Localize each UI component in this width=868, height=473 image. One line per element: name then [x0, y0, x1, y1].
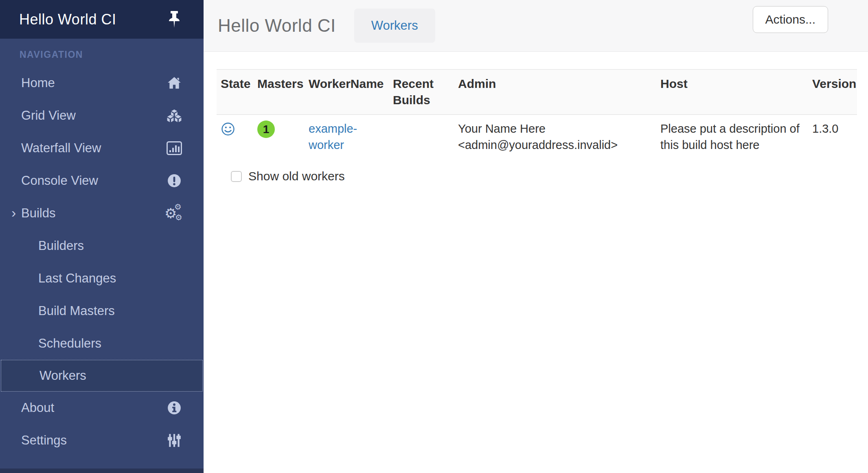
col-header-version: Version: [808, 70, 857, 115]
cogs-icon: ⚙ ⚙ ⚙: [164, 204, 182, 222]
masters-count-badge[interactable]: 1: [257, 120, 275, 138]
col-header-masters: Masters: [253, 70, 305, 115]
sidebar-item-about[interactable]: About: [0, 392, 204, 424]
sidebar-footer-strip: [0, 469, 204, 473]
tab-workers[interactable]: Workers: [354, 9, 435, 43]
thumbtack-icon[interactable]: [166, 10, 182, 29]
sidebar-item-build-masters[interactable]: Build Masters: [0, 295, 204, 327]
smile-icon: [221, 122, 235, 140]
show-old-workers-label[interactable]: Show old workers: [248, 169, 345, 183]
sidebar-item-grid-view[interactable]: Grid View: [0, 99, 204, 132]
sidebar-item-workers[interactable]: Workers: [1, 360, 203, 392]
nav-section-label: NAVIGATION: [0, 39, 204, 67]
home-icon: [166, 75, 182, 91]
chevron-right-icon: ›: [11, 205, 16, 221]
exclamation-circle-icon: [166, 173, 182, 189]
version-cell: 1.3.0: [808, 115, 857, 159]
main-content: Hello World CI Workers Actions... State …: [204, 0, 868, 473]
col-header-host: Host: [656, 70, 808, 115]
show-old-workers-checkbox[interactable]: [231, 171, 242, 182]
recent-builds-cell: [389, 115, 454, 159]
sidebar-item-settings[interactable]: Settings: [0, 424, 204, 457]
sliders-icon: [166, 432, 182, 449]
actions-button[interactable]: Actions...: [753, 6, 828, 33]
page-title: Hello World CI: [218, 15, 336, 36]
col-header-state: State: [217, 70, 253, 115]
workers-table-container: State Masters WorkerName Recent Builds A…: [217, 69, 857, 183]
col-header-workername: WorkerName: [305, 70, 389, 115]
sidebar-item-builders[interactable]: Builders: [0, 230, 204, 262]
sidebar-item-last-changes[interactable]: Last Changes: [0, 262, 204, 295]
workers-table: State Masters WorkerName Recent Builds A…: [217, 69, 857, 159]
col-header-admin: Admin: [454, 70, 656, 115]
sidebar-header: Hello World CI: [0, 0, 204, 39]
bar-chart-icon: [166, 140, 182, 156]
buildbot-app: Hello World CI NAVIGATION Home: [0, 0, 868, 473]
sidebar-item-schedulers[interactable]: Schedulers: [0, 327, 204, 360]
sidebar: Hello World CI NAVIGATION Home: [0, 0, 204, 473]
worker-row: 1 example-worker Your Name Here <admin@y…: [217, 115, 857, 159]
worker-name-link[interactable]: example-worker: [309, 122, 357, 151]
host-cell: Please put a description of this build h…: [656, 115, 808, 159]
cubes-icon: [166, 107, 182, 124]
admin-cell: Your Name Here <admin@youraddress.invali…: [454, 115, 656, 159]
col-header-recent-builds: Recent Builds: [389, 70, 454, 115]
page-header: Hello World CI Workers Actions...: [204, 0, 868, 52]
sidebar-item-console-view[interactable]: Console View: [0, 164, 204, 197]
sidebar-item-waterfall-view[interactable]: Waterfall View: [0, 132, 204, 164]
info-circle-icon: [166, 400, 182, 416]
sidebar-title: Hello World CI: [19, 11, 116, 28]
show-old-workers-toggle[interactable]: Show old workers: [231, 169, 857, 183]
sidebar-item-home[interactable]: Home: [0, 67, 204, 99]
table-header-row: State Masters WorkerName Recent Builds A…: [217, 70, 857, 115]
sidebar-item-builds[interactable]: › Builds ⚙ ⚙ ⚙: [0, 197, 204, 230]
